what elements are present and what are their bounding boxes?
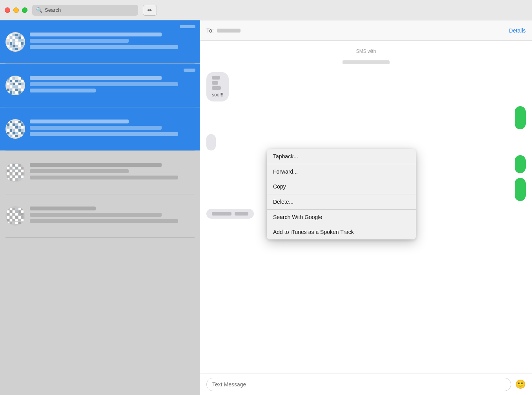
compose-icon: ✏︎ [148, 7, 152, 13]
avatar [5, 163, 25, 182]
sidebar-item-content [30, 163, 195, 182]
context-menu-copy[interactable]: Copy [267, 179, 416, 194]
received-message-short [206, 134, 526, 150]
sidebar-item-content [30, 207, 195, 225]
received-bubble-short[interactable] [206, 134, 216, 150]
search-icon: 🔍 [36, 7, 42, 13]
search-bar[interactable]: 🔍 Search [32, 5, 138, 16]
avatar [5, 76, 25, 95]
received-message: soo!!! [206, 72, 526, 101]
sidebar-item-content [30, 120, 195, 138]
sidebar-item[interactable] [0, 194, 200, 237]
sms-label: SMS with [206, 49, 526, 54]
received-name [206, 60, 526, 64]
sidebar-item[interactable] [0, 64, 200, 107]
message-input[interactable] [206, 378, 511, 391]
sidebar-item-content [30, 33, 195, 51]
emoji-button[interactable]: 🙂 [515, 379, 526, 390]
received-bubble-bottom[interactable] [206, 209, 254, 219]
search-text: Search [45, 7, 61, 13]
to-recipient [217, 29, 240, 33]
sent-message [206, 106, 526, 129]
context-menu-search-google[interactable]: Search With Google [267, 210, 416, 225]
recipient-name-blur [217, 29, 240, 33]
close-button[interactable] [5, 7, 10, 13]
sidebar-item[interactable] [0, 107, 200, 150]
context-menu-add-itunes[interactable]: Add to iTunes as a Spoken Track [267, 225, 416, 239]
minimize-button[interactable] [13, 7, 19, 13]
main-layout: To: Details SMS with soo!!! [0, 20, 532, 395]
context-menu-tapback[interactable]: Tapback... [267, 149, 416, 164]
sent-bubble-2[interactable] [515, 155, 526, 173]
sidebar-item[interactable] [0, 151, 200, 194]
context-menu-delete[interactable]: Delete... [267, 194, 416, 209]
sidebar-item-content [30, 76, 195, 95]
context-menu: Tapback... Forward... Copy Delete... Sea… [267, 149, 416, 239]
sent-bubble-3[interactable] [515, 178, 526, 201]
sidebar-item[interactable] [0, 20, 200, 63]
sent-bubble[interactable] [515, 106, 526, 129]
chat-header: To: Details [200, 20, 532, 41]
sidebar [0, 20, 200, 395]
avatar [5, 206, 25, 226]
maximize-button[interactable] [22, 7, 27, 13]
avatar [5, 32, 25, 52]
context-menu-forward[interactable]: Forward... [267, 164, 416, 179]
details-button[interactable]: Details [509, 27, 526, 34]
avatar [5, 119, 25, 139]
to-label: To: [206, 27, 214, 34]
traffic-lights [5, 7, 27, 13]
text-input-bar: 🙂 [200, 373, 532, 395]
title-bar: 🔍 Search ✏︎ [0, 0, 532, 20]
compose-button[interactable]: ✏︎ [143, 5, 157, 16]
received-bubble[interactable]: soo!!! [206, 72, 229, 101]
